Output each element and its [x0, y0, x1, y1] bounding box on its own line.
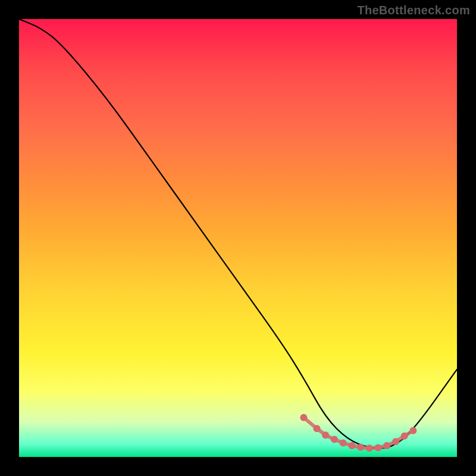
marker-dot — [314, 425, 321, 432]
marker-dot — [366, 444, 373, 452]
main-curve — [19, 19, 457, 448]
chart-overlay-svg — [19, 19, 457, 457]
marker-dot — [392, 438, 399, 445]
marker-dot — [409, 427, 416, 434]
gradient-plot-area — [19, 19, 457, 457]
chart-frame: TheBottleneck.com — [0, 0, 476, 476]
marker-dot — [340, 439, 347, 446]
marker-dot — [331, 436, 338, 443]
marker-group — [300, 414, 416, 452]
marker-dot — [375, 444, 382, 452]
watermark-text: TheBottleneck.com — [357, 4, 470, 17]
marker-dot — [322, 431, 329, 439]
marker-dot — [401, 433, 408, 440]
marker-dot — [300, 414, 307, 421]
marker-dot — [357, 444, 364, 451]
marker-dot — [383, 442, 390, 449]
marker-dot — [348, 442, 355, 449]
